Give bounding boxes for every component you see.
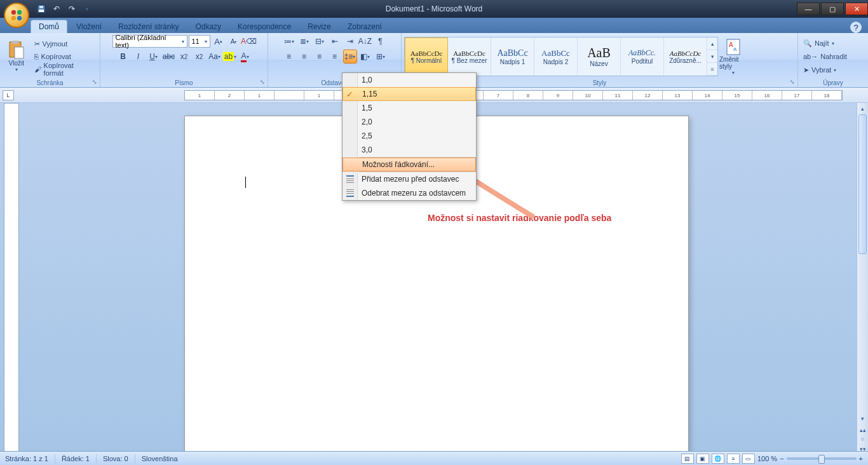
justify-button[interactable]: ≡ xyxy=(328,50,342,64)
close-button[interactable]: ✕ xyxy=(845,3,868,15)
style-normal[interactable]: AaBbCcDc¶ Normální xyxy=(405,37,448,76)
quick-access-toolbar: ↶ ↷ ▾ xyxy=(34,2,94,16)
cut-button[interactable]: ✂Vyjmout xyxy=(32,37,97,50)
zoom-out-button[interactable]: − xyxy=(780,455,783,462)
font-launcher[interactable]: ⤡ xyxy=(259,78,266,86)
font-size-combo[interactable]: 11▾ xyxy=(189,35,210,48)
status-page[interactable]: Stránka: 1 z 1 xyxy=(5,455,48,462)
zoom-in-button[interactable]: + xyxy=(859,455,863,462)
clipboard-launcher[interactable]: ⤡ xyxy=(91,78,98,86)
shrink-font-button[interactable]: A▾ xyxy=(227,34,241,48)
spacing-value-item[interactable]: ✓1,15 xyxy=(342,87,476,101)
replace-button[interactable]: ab→Nahradit xyxy=(801,50,850,63)
numbering-button[interactable]: ≣▾ xyxy=(297,34,311,48)
increase-indent-button[interactable]: ⇥ xyxy=(343,34,357,48)
scroll-down-button[interactable]: ▾ xyxy=(857,413,868,424)
style-subtitle[interactable]: AaBbCc.Podtitul xyxy=(621,37,664,76)
paste-label: Vložit xyxy=(9,60,24,67)
align-right-button[interactable]: ≡ xyxy=(313,50,327,64)
status-words[interactable]: Slova: 0 xyxy=(103,455,128,462)
tab-view[interactable]: Zobrazení xyxy=(340,20,390,33)
status-language[interactable]: Slovenština xyxy=(142,455,178,462)
style-emphasis[interactable]: AaBbCcDcZdůrazně... xyxy=(664,37,707,76)
group-editing: 🔍Najít▾ ab→Nahradit ➤Vybrat▾ Úpravy xyxy=(798,33,868,87)
add-space-before-item[interactable]: Přidat mezeru před odstavec xyxy=(342,172,476,186)
highlight-button[interactable]: ab▾ xyxy=(223,50,237,64)
minimize-button[interactable]: — xyxy=(797,3,820,15)
paste-button[interactable]: Vložit ▾ xyxy=(3,36,31,78)
view-web-layout[interactable]: 🌐 xyxy=(712,454,724,464)
redo-button[interactable]: ↷ xyxy=(65,2,79,16)
vertical-ruler[interactable] xyxy=(4,103,19,455)
style-title[interactable]: AaBNázev xyxy=(578,37,621,76)
spacing-value-item[interactable]: 2,5 xyxy=(342,129,476,143)
help-button[interactable]: ? xyxy=(850,22,862,33)
multilevel-list-button[interactable]: ⊟▾ xyxy=(313,34,327,48)
styles-gallery[interactable]: AaBbCcDc¶ Normální AaBbCcDc¶ Bez mezer A… xyxy=(404,37,718,76)
styles-launcher[interactable]: ⤡ xyxy=(789,78,796,86)
shading-button[interactable]: ◧▾ xyxy=(358,50,372,64)
style-heading1[interactable]: AaBbCcNadpis 1 xyxy=(491,37,534,76)
tab-selector[interactable]: L xyxy=(3,90,14,100)
style-no-spacing[interactable]: AaBbCcDc¶ Bez mezer xyxy=(448,37,491,76)
find-button[interactable]: 🔍Najít▾ xyxy=(801,37,850,50)
space-after-icon xyxy=(345,188,355,198)
view-print-layout[interactable]: ▤ xyxy=(681,454,694,464)
tab-page-layout[interactable]: Rozložení stránky xyxy=(111,20,186,33)
tab-mailings[interactable]: Korespondence xyxy=(230,20,299,33)
select-button[interactable]: ➤Vybrat▾ xyxy=(801,64,850,76)
spacing-value-item[interactable]: 2,0 xyxy=(342,115,476,129)
maximize-button[interactable]: ▢ xyxy=(821,3,844,15)
scroll-thumb[interactable] xyxy=(858,114,867,254)
tab-references[interactable]: Odkazy xyxy=(187,20,229,33)
group-font: Calibri (Základní text)▾ 11▾ A▴ A▾ A⌫ B … xyxy=(100,33,268,87)
tab-review[interactable]: Revize xyxy=(300,20,339,33)
remove-space-after-item[interactable]: Odebrat mezeru za odstavcem xyxy=(342,186,476,200)
spacing-value-item[interactable]: 1,0 xyxy=(342,73,476,87)
change-case-button[interactable]: Aa▾ xyxy=(208,50,222,64)
bold-button[interactable]: B xyxy=(116,50,130,64)
subscript-button[interactable]: x2 xyxy=(177,50,191,64)
font-name-combo[interactable]: Calibri (Základní text)▾ xyxy=(112,35,187,48)
zoom-slider[interactable] xyxy=(787,457,857,460)
grow-font-button[interactable]: A▴ xyxy=(212,34,226,48)
save-button[interactable] xyxy=(34,2,48,16)
tab-insert[interactable]: Vložení xyxy=(69,20,109,33)
styles-scroll[interactable]: ▴▾≡ xyxy=(707,37,717,76)
save-icon xyxy=(37,4,46,13)
sort-button[interactable]: A↓Z xyxy=(358,34,372,48)
view-draft[interactable]: ▭ xyxy=(742,454,755,464)
office-button[interactable] xyxy=(4,3,29,28)
vertical-scrollbar[interactable]: ▴ ▾ ▴▴ ○ ▾▾ xyxy=(857,103,868,455)
line-spacing-button[interactable]: ‡≡▾ xyxy=(343,50,357,64)
copy-button[interactable]: ⎘Kopírovat xyxy=(32,50,97,63)
change-styles-button[interactable]: AA Změnit styly▾ xyxy=(719,36,747,78)
view-full-screen[interactable]: ▣ xyxy=(696,454,709,464)
decrease-indent-button[interactable]: ⇤ xyxy=(328,34,342,48)
status-line[interactable]: Řádek: 1 xyxy=(62,455,90,462)
format-painter-button[interactable]: 🖌Kopírovat formát xyxy=(32,63,97,76)
zoom-level[interactable]: 100 % xyxy=(757,455,777,462)
spacing-value-item[interactable]: 1,5 xyxy=(342,101,476,115)
scroll-up-button[interactable]: ▴ xyxy=(857,103,868,114)
bullets-button[interactable]: ≔▾ xyxy=(282,34,296,48)
clear-formatting-button[interactable]: A⌫ xyxy=(242,34,256,48)
tab-home[interactable]: Domů xyxy=(31,20,67,33)
underline-button[interactable]: U▾ xyxy=(147,50,161,64)
spacing-options-item[interactable]: Možnosti řádkování... xyxy=(342,158,476,172)
style-heading2[interactable]: AaBbCcNadpis 2 xyxy=(534,37,578,76)
spacing-value-item[interactable]: 3,0 xyxy=(342,143,476,157)
italic-button[interactable]: I xyxy=(132,50,146,64)
qat-customize[interactable]: ▾ xyxy=(80,2,94,16)
group-label: Písmo xyxy=(103,79,265,87)
font-color-button[interactable]: A▾ xyxy=(238,50,252,64)
horizontal-ruler[interactable]: 121123456789101112131415161718 xyxy=(184,90,843,100)
align-left-button[interactable]: ≡ xyxy=(282,50,296,64)
strikethrough-button[interactable]: abc xyxy=(162,50,176,64)
align-center-button[interactable]: ≡ xyxy=(297,50,311,64)
borders-button[interactable]: ⊞▾ xyxy=(374,50,388,64)
view-outline[interactable]: ≡ xyxy=(727,454,740,464)
superscript-button[interactable]: x2 xyxy=(193,50,207,64)
undo-button[interactable]: ↶ xyxy=(50,2,64,16)
show-marks-button[interactable]: ¶ xyxy=(374,34,388,48)
